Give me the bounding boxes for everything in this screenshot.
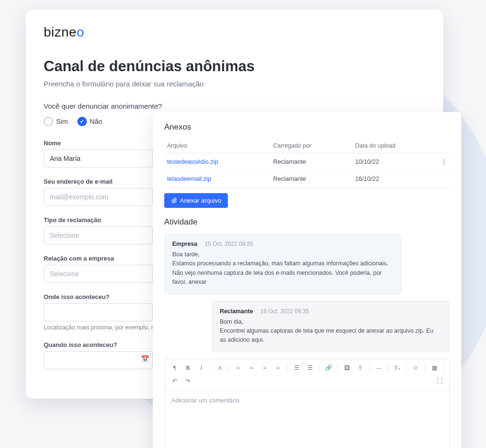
editor-toolbar: ¶ B I A ≡ ≡ ≡ ≡ ☰ ☰ 🔗 🖼 ⇪ — Tₓ ☺ ▦ [165, 359, 449, 391]
text-color-icon[interactable]: A [214, 362, 226, 374]
activity-message-company: Empresa 15 Oct, 2022 09:35 Boa tarde,Est… [164, 233, 402, 294]
align-justify-icon[interactable]: ≡ [272, 362, 284, 374]
when-field[interactable] [44, 351, 153, 369]
message-time: 15 Oct, 2022 09:35 [205, 241, 253, 247]
attach-file-button[interactable]: Anexar arquivo [164, 193, 228, 208]
align-center-icon[interactable]: ≡ [245, 362, 258, 374]
attachment-uploader: Reclamante [270, 153, 352, 170]
table-row: telasdeemail.zip Reclamante 16/10/22 [164, 170, 450, 187]
message-author: Reclamante [220, 308, 253, 315]
image-icon[interactable]: 🖼 [341, 362, 353, 374]
comment-editor: ¶ B I A ≡ ≡ ≡ ≡ ☰ ☰ 🔗 🖼 ⇪ — Tₓ ☺ ▦ [164, 359, 450, 448]
comment-textarea[interactable]: Adicionar um comentário [165, 391, 449, 448]
attachment-date: 16/10/22 [352, 170, 438, 187]
radio-no[interactable]: Não [77, 117, 103, 126]
attachment-date: 10/10/22 [352, 153, 438, 170]
undo-icon[interactable]: ↶ [168, 375, 181, 388]
ordered-list-icon[interactable]: ☰ [290, 362, 303, 374]
emoji-icon[interactable]: ☺ [410, 362, 422, 374]
fullscreen-icon[interactable]: ⛶ [433, 375, 446, 388]
attach-file-label: Anexar arquivo [180, 197, 221, 204]
link-icon[interactable]: 🔗 [322, 362, 335, 374]
col-date: Data do upload [352, 139, 438, 153]
email-field[interactable] [44, 188, 153, 206]
paragraph-format-icon[interactable]: ¶ [168, 362, 181, 374]
radio-yes-label: Sim [56, 118, 68, 125]
italic-icon[interactable]: I [195, 362, 207, 374]
complaint-type-select[interactable] [44, 226, 153, 244]
attachments-heading: Anexos [164, 122, 450, 132]
attachment-link[interactable]: testedeassédio.zip [167, 158, 218, 165]
brand-logo: bizneo [44, 25, 425, 40]
message-body: Bom dia,Encontrei algumas capturas de te… [220, 317, 441, 345]
bold-icon[interactable]: B [182, 362, 194, 374]
name-field[interactable] [44, 149, 153, 168]
paperclip-icon [171, 197, 177, 204]
activity-message-claimant: Reclamante 16 Oct, 2022 09:35 Bom dia,En… [212, 301, 449, 352]
kebab-icon[interactable]: ⋮ [438, 153, 450, 170]
page-title: Canal de denúncias anônimas [44, 58, 425, 75]
align-left-icon[interactable]: ≡ [232, 362, 244, 374]
table-icon[interactable]: ▦ [428, 362, 440, 374]
attachment-link[interactable]: telasdeemail.zip [167, 175, 211, 182]
attachments-activity-card: Anexos Arquivo Carregado por Data do upl… [153, 112, 461, 448]
table-row: testedeassédio.zip Reclamante 10/10/22 ⋮ [164, 153, 450, 170]
page-subtitle: Preencha o formulário para deixar sua re… [44, 80, 425, 88]
col-uploader: Carregado por [270, 139, 352, 153]
message-author: Empresa [172, 241, 197, 247]
attachments-table: Arquivo Carregado por Data do upload tes… [164, 139, 450, 187]
message-time: 16 Oct, 2022 09:35 [261, 308, 309, 315]
activity-heading: Atividade [164, 217, 450, 227]
col-file: Arquivo [164, 139, 270, 153]
clear-format-icon[interactable]: Tₓ [391, 362, 403, 374]
align-right-icon[interactable]: ≡ [259, 362, 271, 374]
where-field[interactable] [44, 303, 153, 321]
unordered-list-icon[interactable]: ☰ [304, 362, 316, 374]
redo-icon[interactable]: ↷ [182, 375, 194, 388]
message-body: Boa tarde,Estamos processando a reclamaç… [172, 250, 393, 287]
relation-select[interactable] [44, 265, 153, 283]
radio-no-label: Não [90, 118, 103, 125]
hr-icon[interactable]: — [373, 362, 385, 374]
anonymous-question: Você quer denunciar anonimamente? [44, 102, 425, 110]
radio-yes[interactable]: Sim [44, 117, 68, 126]
upload-icon[interactable]: ⇪ [354, 362, 366, 374]
attachment-uploader: Reclamante [270, 170, 352, 187]
calendar-icon[interactable]: 📅 [141, 355, 149, 363]
